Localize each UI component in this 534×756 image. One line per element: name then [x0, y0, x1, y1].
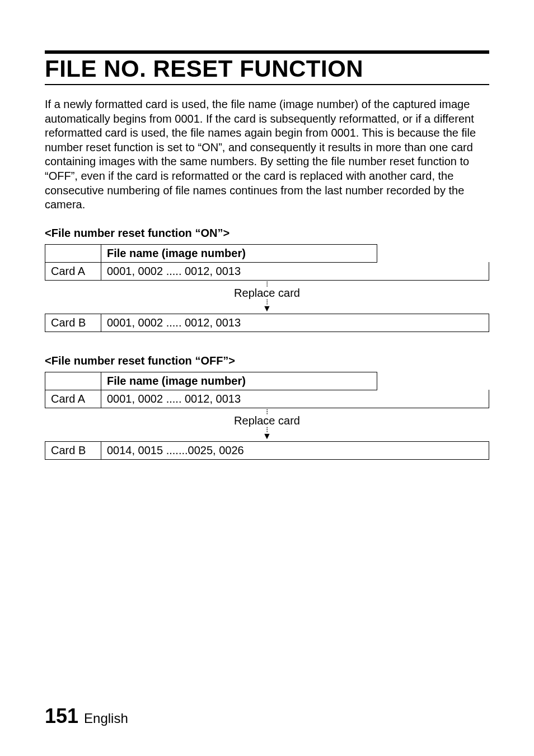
- table-off-card-a: Card A: [45, 390, 101, 408]
- table-off: File name (image number) Card A 0001, 00…: [45, 372, 489, 460]
- table-on-card-b: Card B: [45, 314, 101, 332]
- table-on-head-spacer: [377, 244, 489, 262]
- vertical-dots-icon: ⁝: [266, 282, 268, 286]
- table-on: File name (image number) Card A 0001, 00…: [45, 244, 489, 332]
- table-off-replace-row: ⁝ Replace card ⁝ ▼: [45, 408, 489, 441]
- page-number: 151: [45, 704, 78, 728]
- table-off-head-label: File name (image number): [101, 372, 377, 390]
- table-off-head-empty: [45, 372, 101, 390]
- intro-paragraph: If a newly formatted card is used, the f…: [45, 97, 489, 212]
- page-footer: 151 English: [45, 704, 128, 728]
- table-on-card-a: Card A: [45, 262, 101, 280]
- arrow-down-icon: ▼: [263, 432, 271, 440]
- table-on-head-empty: [45, 244, 101, 262]
- section-on-label: <File number reset function “ON”>: [45, 227, 489, 240]
- table-on-card-a-values: 0001, 0002 ..... 0012, 0013: [101, 262, 489, 280]
- table-off-card-b-values: 0014, 0015 .......0025, 0026: [101, 442, 489, 460]
- page-language: English: [84, 711, 128, 726]
- table-on-replace-row: ⁝ Replace card ⁝ ▼: [45, 280, 489, 314]
- section-off-label: <File number reset function “OFF”>: [45, 354, 489, 367]
- vertical-dots-icon: ⁝: [266, 409, 268, 414]
- page-title: FILE NO. RESET FUNCTION: [45, 55, 363, 82]
- table-on-card-b-values: 0001, 0002 ..... 0012, 0013: [101, 314, 489, 332]
- table-on-head-label: File name (image number): [101, 244, 377, 262]
- table-off-card-a-values: 0001, 0002 ..... 0012, 0013: [101, 390, 489, 408]
- title-rule: FILE NO. RESET FUNCTION: [45, 50, 489, 85]
- table-off-head-spacer: [377, 372, 489, 390]
- table-off-card-b: Card B: [45, 442, 101, 460]
- arrow-down-icon: ▼: [263, 305, 271, 312]
